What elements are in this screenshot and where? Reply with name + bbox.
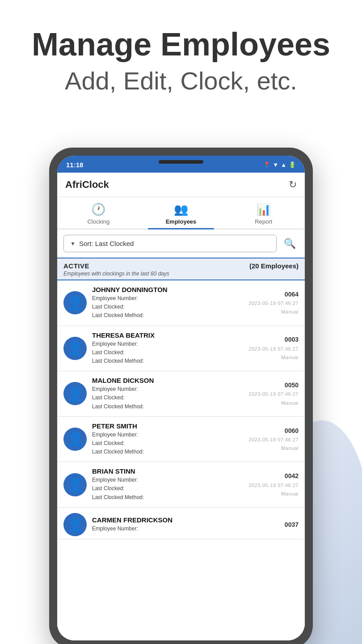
employee-info: CARMEN FREDRICKSON Employee Number: bbox=[92, 516, 285, 533]
list-item[interactable]: 👤 THERESA BEATRIX Employee Number: Last … bbox=[57, 326, 305, 372]
status-bar: 11:18 📍 ▼ ▲ 🔋 bbox=[57, 156, 305, 173]
employee-info: PETER SMITH Employee Number: Last Clocke… bbox=[92, 422, 248, 457]
list-item[interactable]: 👤 PETER SMITH Employee Number: Last Cloc… bbox=[57, 417, 305, 462]
person-icon: 👤 bbox=[67, 431, 84, 447]
list-item[interactable]: 👤 MALONE DICKSON Employee Number: Last C… bbox=[57, 371, 305, 417]
employee-detail-right: 0042 2023-05-19 07:46:27 Manual bbox=[248, 471, 299, 498]
person-icon: 👤 bbox=[67, 340, 84, 356]
list-item[interactable]: 👤 CARMEN FREDRICKSON Employee Number: 00… bbox=[57, 508, 305, 539]
wifi-icon: ▼ bbox=[273, 161, 278, 168]
phone-speaker bbox=[159, 160, 203, 164]
chevron-down-icon: ▼ bbox=[70, 241, 76, 247]
avatar: 👤 bbox=[63, 473, 87, 496]
report-icon: 📊 bbox=[257, 203, 271, 216]
content-area: ▼ Sort: Last Clocked 🔍 ACTIVE (20 Employ… bbox=[57, 229, 305, 640]
search-button[interactable]: 🔍 bbox=[281, 235, 299, 252]
battery-icon: 🔋 bbox=[289, 161, 296, 168]
section-header: ACTIVE (20 Employees) Employees with clo… bbox=[57, 258, 305, 280]
phone-mockup: 11:18 📍 ▼ ▲ 🔋 AfriClock ↻ 🕐 Clocking bbox=[49, 148, 313, 644]
employee-detail-left: Employee Number: Last Clocked: Last Cloc… bbox=[92, 431, 248, 457]
tab-report-label: Report bbox=[255, 218, 272, 225]
employee-info: MALONE DICKSON Employee Number: Last Clo… bbox=[92, 377, 248, 411]
signal-icon: ▲ bbox=[281, 161, 286, 168]
section-count: (20 Employees) bbox=[249, 262, 299, 270]
employee-name: THERESA BEATRIX bbox=[92, 331, 248, 339]
employee-detail-right: 0003 2023-05-19 07:46:27 Manual bbox=[248, 335, 299, 362]
employee-detail-left: Employee Number: Last Clocked: Last Cloc… bbox=[92, 385, 248, 411]
avatar: 👤 bbox=[63, 428, 87, 451]
avatar: 👤 bbox=[63, 291, 87, 314]
employee-detail-right: 0060 2023-05-19 07:46:27 Manual bbox=[248, 426, 299, 453]
tab-report[interactable]: 📊 Report bbox=[222, 197, 305, 229]
hero-title: Manage Employees bbox=[22, 27, 340, 62]
employee-name: MALONE DICKSON bbox=[92, 377, 248, 384]
employee-info: JOHNNY DONNINGTON Employee Number: Last … bbox=[92, 286, 248, 320]
sort-bar: ▼ Sort: Last Clocked 🔍 bbox=[57, 229, 305, 258]
employee-name: CARMEN FREDRICKSON bbox=[92, 516, 285, 524]
app-title: AfriClock bbox=[65, 179, 109, 191]
location-icon: 📍 bbox=[263, 161, 270, 168]
phone-screen: 11:18 📍 ▼ ▲ 🔋 AfriClock ↻ 🕐 Clocking bbox=[57, 156, 305, 640]
avatar: 👤 bbox=[63, 513, 87, 536]
sort-dropdown[interactable]: ▼ Sort: Last Clocked bbox=[63, 235, 277, 252]
avatar: 👤 bbox=[63, 382, 87, 405]
employee-info: BRIAN STINN Employee Number: Last Clocke… bbox=[92, 467, 248, 502]
section-title: ACTIVE bbox=[63, 262, 89, 270]
tab-clocking[interactable]: 🕐 Clocking bbox=[57, 197, 140, 229]
section-subtitle: Employees with clockings in the last 60 … bbox=[63, 271, 299, 277]
employee-info: THERESA BEATRIX Employee Number: Last Cl… bbox=[92, 331, 248, 366]
employee-detail-right: 0064 2023-05-19 07:46:27 Manual bbox=[248, 289, 299, 317]
avatar: 👤 bbox=[63, 337, 87, 360]
employee-detail-left: Employee Number: Last Clocked: Last Cloc… bbox=[92, 340, 248, 366]
employee-list: 👤 JOHNNY DONNINGTON Employee Number: Las… bbox=[57, 280, 305, 640]
employee-detail-left: Employee Number: bbox=[92, 525, 285, 533]
employee-detail-left: Employee Number: Last Clocked: Last Cloc… bbox=[92, 294, 248, 320]
employee-detail-right: 0050 2023-05-19 07:46:27 Manual bbox=[248, 380, 299, 407]
app-header: AfriClock ↻ bbox=[57, 173, 305, 197]
employee-name: JOHNNY DONNINGTON bbox=[92, 286, 248, 293]
tab-bar: 🕐 Clocking 👥 Employees 📊 Report bbox=[57, 197, 305, 229]
hero-section: Manage Employees Add, Edit, Clock, etc. bbox=[0, 0, 362, 114]
person-icon: 👤 bbox=[67, 295, 84, 311]
tab-clocking-label: Clocking bbox=[87, 218, 109, 225]
person-icon: 👤 bbox=[67, 517, 84, 532]
tab-employees-label: Employees bbox=[166, 218, 197, 225]
employee-name: PETER SMITH bbox=[92, 422, 248, 430]
person-icon: 👤 bbox=[67, 477, 84, 492]
section-title-row: ACTIVE (20 Employees) bbox=[63, 262, 299, 270]
employees-icon: 👥 bbox=[174, 203, 188, 216]
sort-label: Sort: Last Clocked bbox=[79, 240, 134, 247]
list-item[interactable]: 👤 BRIAN STINN Employee Number: Last Cloc… bbox=[57, 462, 305, 508]
person-icon: 👤 bbox=[67, 386, 84, 402]
employee-name: BRIAN STINN bbox=[92, 467, 248, 475]
tab-employees[interactable]: 👥 Employees bbox=[140, 197, 223, 229]
phone-frame: 11:18 📍 ▼ ▲ 🔋 AfriClock ↻ 🕐 Clocking bbox=[49, 148, 313, 644]
list-item[interactable]: 👤 JOHNNY DONNINGTON Employee Number: Las… bbox=[57, 280, 305, 326]
clocking-icon: 🕐 bbox=[91, 203, 105, 216]
hero-subtitle: Add, Edit, Clock, etc. bbox=[22, 66, 340, 96]
status-icons: 📍 ▼ ▲ 🔋 bbox=[263, 161, 296, 168]
status-time: 11:18 bbox=[66, 161, 83, 169]
refresh-button[interactable]: ↻ bbox=[289, 179, 297, 191]
employee-detail-left: Employee Number: Last Clocked: Last Cloc… bbox=[92, 476, 248, 502]
employee-detail-right: 0037 bbox=[285, 520, 299, 530]
